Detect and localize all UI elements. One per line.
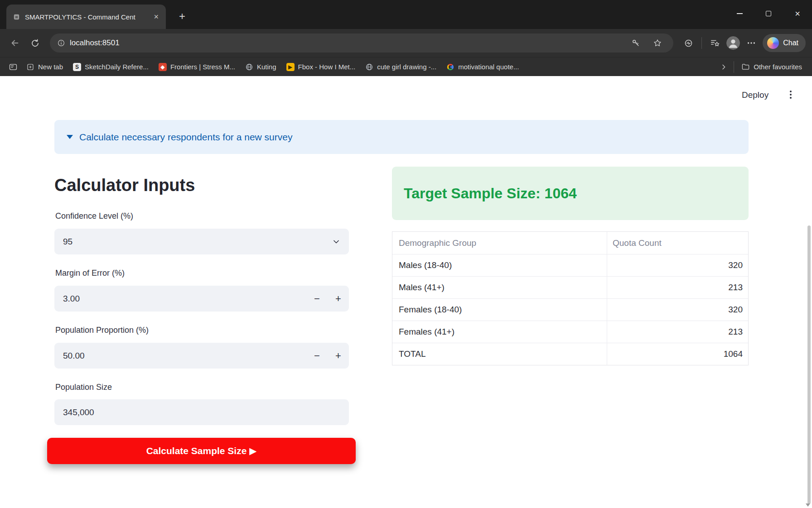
avatar-icon xyxy=(726,36,740,50)
calculate-sample-size-button[interactable]: Calculate Sample Size ▶ xyxy=(47,438,356,464)
chat-label: Chat xyxy=(783,39,798,47)
calculator-inputs-heading: Calculator Inputs xyxy=(54,176,195,195)
site-info-icon[interactable] xyxy=(57,39,65,47)
expander-title: Calculate necessary respondents for a ne… xyxy=(79,132,292,143)
key-icon xyxy=(631,38,640,48)
bookmark-new-tab[interactable]: New tab xyxy=(22,61,68,73)
settings-menu-button[interactable] xyxy=(743,34,760,52)
margin-of-error-label: Margin of Error (%) xyxy=(55,268,125,278)
increment-button[interactable]: + xyxy=(328,286,349,312)
target-sample-size-banner: Target Sample Size: 1064 xyxy=(392,167,749,220)
population-size-input[interactable]: 345,000 xyxy=(54,399,349,425)
count-cell: 213 xyxy=(607,321,748,343)
browser-tab[interactable]: SMARTPOLYTICS - Command Cent × xyxy=(6,5,166,29)
maximize-button[interactable] xyxy=(754,0,783,27)
population-size-value: 345,000 xyxy=(63,407,94,417)
bookmark-label: SketchDaily Refere... xyxy=(85,63,149,71)
refresh-button[interactable] xyxy=(26,34,44,52)
target-sample-size-text: Target Sample Size: 1064 xyxy=(404,185,577,202)
favorites-list-icon xyxy=(710,38,720,48)
count-cell: 320 xyxy=(607,254,748,276)
confidence-level-value: 95 xyxy=(63,237,72,247)
decrement-button[interactable]: − xyxy=(306,286,328,312)
tab-favicon xyxy=(13,13,20,21)
minimize-icon xyxy=(737,13,743,14)
toolbar-divider xyxy=(701,37,702,49)
address-bar[interactable]: localhost:8501 xyxy=(50,34,673,53)
table-row: Females (18-40) 320 xyxy=(392,298,748,321)
table-header-row: Demographic Group Quota Count xyxy=(392,232,748,254)
bookmark-cute-girl-drawing[interactable]: cute girl drawing -... xyxy=(361,61,441,73)
chevron-down-icon xyxy=(332,237,349,246)
close-button[interactable]: × xyxy=(783,0,812,27)
count-cell: 213 xyxy=(607,277,748,298)
browser-essentials-button[interactable] xyxy=(680,34,697,52)
tab-title: SMARTPOLYTICS - Command Cent xyxy=(25,13,147,21)
browser-toolbar: localhost:8501 Chat xyxy=(0,29,812,57)
bookmark-motivational-quote[interactable]: motivational quote... xyxy=(442,61,523,73)
back-icon xyxy=(10,38,20,48)
tab-close-icon[interactable]: × xyxy=(152,12,160,22)
deploy-button[interactable]: Deploy xyxy=(742,90,768,100)
globe-icon xyxy=(365,63,373,71)
other-favourites-label: Other favourites xyxy=(754,63,802,71)
confidence-level-label: Confidence Level (%) xyxy=(55,211,133,221)
new-tab-button[interactable]: + xyxy=(175,9,189,24)
bookmark-kuting[interactable]: Kuting xyxy=(241,61,281,73)
population-size-label: Population Size xyxy=(55,383,112,392)
app-page: Deploy Calculate necessary respondents f… xyxy=(0,76,812,508)
decrement-button[interactable]: − xyxy=(306,343,328,369)
survey-expander-header[interactable]: Calculate necessary respondents for a ne… xyxy=(54,120,749,154)
bookmark-fbox[interactable]: ▶ Fbox - How I Met... xyxy=(282,61,360,73)
confidence-level-select[interactable]: 95 xyxy=(54,229,349,254)
maximize-icon xyxy=(766,11,771,16)
group-cell: Males (18-40) xyxy=(392,254,607,276)
page-scrollbar-thumb[interactable] xyxy=(807,225,811,504)
bookmarks-divider xyxy=(734,61,734,73)
profile-avatar[interactable] xyxy=(726,36,740,50)
bookmarks-overflow-button[interactable] xyxy=(716,60,731,74)
minimize-button[interactable] xyxy=(725,0,754,27)
window-controls: × xyxy=(725,0,812,27)
scrollbar-down-arrow-icon[interactable] xyxy=(806,503,810,507)
group-cell: Males (41+) xyxy=(392,277,607,298)
apps-button[interactable] xyxy=(5,59,21,75)
population-proportion-label: Population Proportion (%) xyxy=(55,326,149,335)
favorites-button[interactable] xyxy=(706,34,724,52)
bookmark-sketchdaily[interactable]: S SketchDaily Refere... xyxy=(68,61,153,73)
folder-icon xyxy=(741,62,750,71)
copilot-icon xyxy=(767,37,779,49)
increment-button[interactable]: + xyxy=(328,343,349,369)
group-cell: Females (18-40) xyxy=(392,299,607,321)
bookmark-label: motivational quote... xyxy=(458,63,519,71)
other-favourites[interactable]: Other favourites xyxy=(737,60,807,73)
app-menu-button[interactable] xyxy=(785,89,796,102)
close-icon: × xyxy=(795,9,800,18)
kebab-menu-icon xyxy=(785,89,796,101)
bookmark-frontiers[interactable]: ◆ Frontiers | Stress M... xyxy=(154,61,240,73)
fbox-icon: ▶ xyxy=(286,63,295,71)
add-favorite-button[interactable] xyxy=(649,34,666,52)
google-icon xyxy=(446,63,454,71)
bookmark-label: cute girl drawing -... xyxy=(377,63,436,71)
apps-icon xyxy=(9,62,18,72)
population-proportion-input[interactable]: 50.00 − + xyxy=(54,343,349,369)
population-proportion-value: 50.00 xyxy=(63,351,85,361)
number-stepper: − + xyxy=(306,343,349,369)
bookmark-label: New tab xyxy=(38,63,63,71)
back-button[interactable] xyxy=(6,34,24,52)
table-row: Males (18-40) 320 xyxy=(392,254,748,276)
margin-of-error-input[interactable]: 3.00 − + xyxy=(54,286,349,312)
number-stepper: − + xyxy=(306,286,349,312)
new-tab-icon xyxy=(26,63,34,71)
globe-icon xyxy=(245,63,253,71)
chevron-right-icon xyxy=(720,63,727,71)
bookmark-label: Fbox - How I Met... xyxy=(298,63,356,71)
column-header-group: Demographic Group xyxy=(392,232,607,254)
password-key-button[interactable] xyxy=(627,34,644,52)
copilot-chat-button[interactable]: Chat xyxy=(763,34,806,52)
sketchdaily-icon: S xyxy=(73,63,81,71)
table-total-row: TOTAL 1064 xyxy=(392,343,748,365)
count-cell: 1064 xyxy=(607,343,748,365)
bookmarks-bar: New tab S SketchDaily Refere... ◆ Fronti… xyxy=(0,57,812,76)
